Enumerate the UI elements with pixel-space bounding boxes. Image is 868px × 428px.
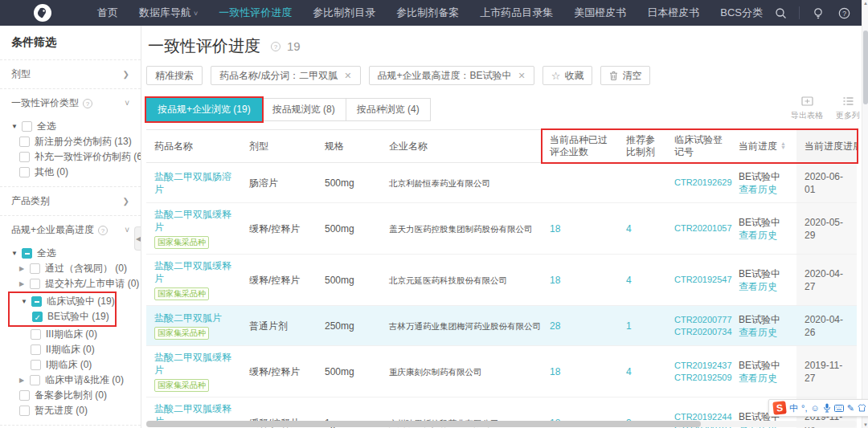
ctr-number-link[interactable]: CTR20200734: [674, 326, 724, 338]
nav-item[interactable]: 美国橙皮书: [568, 0, 632, 26]
ime-punctuation-icon[interactable]: °,: [801, 400, 807, 416]
drug-name-link[interactable]: 盐酸二甲双胍片: [154, 312, 235, 324]
drug-name-link[interactable]: 盐酸二甲双胍缓释片: [154, 208, 235, 234]
caret-down-icon[interactable]: ▼: [11, 121, 19, 132]
filter-tree-item[interactable]: 其他 (0): [0, 165, 141, 180]
filter-tree-item[interactable]: I期临床 (0): [0, 357, 141, 373]
checkbox[interactable]: [30, 263, 40, 274]
sidebar-section-header[interactable]: 产品类别❯: [0, 187, 141, 215]
horizontal-scrollbar[interactable]: [146, 421, 857, 427]
checkbox[interactable]: [32, 312, 43, 322]
filter-tree-item[interactable]: ▶临床申请&批准 (0): [0, 373, 141, 388]
checkbox[interactable]: [19, 390, 30, 401]
checkbox[interactable]: [22, 248, 32, 259]
checkbox[interactable]: [19, 406, 30, 416]
nav-item[interactable]: 参比制剂目录: [307, 0, 381, 26]
approved-count-link[interactable]: 28: [550, 320, 560, 332]
checkbox[interactable]: [19, 167, 30, 177]
ref-preparation-link[interactable]: 4: [626, 223, 632, 234]
checkbox[interactable]: [31, 360, 41, 370]
scroll-up-arrow[interactable]: ▲: [862, 0, 868, 6]
sogou-logo-icon[interactable]: S: [772, 401, 787, 415]
ctr-number-link[interactable]: CTR20200777: [674, 314, 724, 326]
filter-tree-item[interactable]: II期临床 (0): [0, 342, 141, 357]
filter-tree-item[interactable]: ▶提交补充/上市申请 (0): [0, 276, 141, 291]
nav-item[interactable]: 一致性评价进度: [213, 0, 297, 26]
ime-handwriting-icon[interactable]: ✎: [847, 400, 854, 416]
view-history-link[interactable]: 查看历史: [739, 229, 790, 242]
checkbox[interactable]: [31, 329, 41, 340]
ime-chinese-mode-icon[interactable]: 中: [789, 400, 798, 416]
drug-name-link[interactable]: 盐酸二甲双胍肠溶片: [154, 170, 235, 196]
filter-tree-item[interactable]: 新注册分类仿制药 (13): [0, 134, 141, 149]
feedback-bulb-icon[interactable]: [811, 6, 825, 20]
close-icon[interactable]: ✕: [344, 71, 351, 81]
clear-button[interactable]: 清空: [600, 66, 650, 85]
section-help-icon[interactable]: ?: [83, 99, 92, 108]
nav-item[interactable]: 首页: [92, 0, 124, 26]
help-icon[interactable]: ?: [837, 6, 851, 20]
filter-tree-item[interactable]: BE试验中 (19): [10, 309, 115, 324]
ref-preparation-link[interactable]: 1: [626, 320, 632, 332]
sort-desc-icon[interactable]: ▼: [780, 146, 786, 150]
filter-tree-item[interactable]: III期临床 (0): [0, 327, 141, 342]
view-tab[interactable]: 按品种浏览 (4): [346, 98, 431, 121]
ref-preparation-link[interactable]: 4: [626, 366, 632, 377]
view-history-link[interactable]: 查看历史: [739, 326, 790, 339]
checkbox[interactable]: [22, 121, 32, 132]
caret-right-icon[interactable]: ▶: [19, 279, 27, 289]
filter-tree-item[interactable]: 备案参比制剂 (0): [0, 388, 141, 403]
filter-tree-item[interactable]: ▼全选: [0, 119, 141, 134]
caret-right-icon[interactable]: ▶: [19, 263, 27, 274]
nav-item[interactable]: 数据库导航˅: [133, 0, 203, 26]
ctr-number-link[interactable]: CTR20201057: [674, 222, 724, 234]
vertical-scrollbar[interactable]: ▲ ▼: [862, 0, 868, 428]
nav-item[interactable]: 参比制剂备案: [391, 0, 465, 26]
favorite-button[interactable]: ☆ 收藏: [542, 66, 593, 85]
filter-chip[interactable]: 药品名称/成分词：二甲双胍✕: [211, 66, 361, 85]
sidebar-collapse-handle[interactable]: ◀: [134, 226, 141, 251]
search-icon[interactable]: [773, 6, 788, 20]
view-history-link[interactable]: 查看历史: [739, 372, 790, 385]
approved-count-link[interactable]: 18: [550, 366, 560, 377]
close-icon[interactable]: ✕: [518, 71, 526, 81]
checkbox[interactable]: [31, 296, 42, 307]
checkbox[interactable]: [30, 279, 40, 289]
nav-item[interactable]: 上市药品目录集: [474, 0, 559, 26]
view-history-link[interactable]: 查看历史: [739, 280, 790, 293]
caret-down-icon[interactable]: ▼: [11, 248, 19, 259]
filter-tree-item[interactable]: ▼临床试验中 (19): [10, 294, 115, 309]
ctr-number-link[interactable]: CTR20192437: [674, 360, 724, 372]
table-tool-columns[interactable]: 更多列: [836, 96, 860, 121]
nav-item[interactable]: BCS分类: [714, 0, 768, 26]
filter-tree-item[interactable]: 补充一致性评价仿制药 (6): [0, 149, 141, 165]
ime-voice-icon[interactable]: [823, 403, 831, 413]
ime-emoji-icon[interactable]: ☺: [810, 400, 819, 416]
ctr-number-link[interactable]: CTR20192547: [674, 274, 724, 286]
horizontal-scrollbar-thumb[interactable]: [146, 421, 701, 427]
view-tab[interactable]: 按品规+企业浏览 (19): [146, 98, 262, 121]
approved-count-link[interactable]: 18: [550, 223, 560, 234]
drug-name-link[interactable]: 盐酸二甲双胍缓释片: [154, 351, 235, 377]
scroll-down-arrow[interactable]: ▼: [862, 422, 868, 428]
filter-tree-item[interactable]: ▼全选: [0, 246, 141, 261]
approved-count-link[interactable]: 18: [550, 275, 560, 286]
ref-preparation-link[interactable]: 4: [626, 275, 632, 286]
caret-down-icon[interactable]: ▼: [21, 296, 29, 307]
ctr-number-link[interactable]: CTR20192509: [674, 372, 724, 384]
nav-item[interactable]: 日本橙皮书: [641, 0, 705, 26]
checkbox[interactable]: [30, 375, 40, 385]
title-help-icon[interactable]: ?: [271, 42, 280, 51]
precise-search-button[interactable]: 精准搜索: [146, 66, 203, 85]
filter-tree-item[interactable]: ▶通过（含视同） (0): [0, 261, 141, 276]
filter-tree-item[interactable]: 暂无进度 (0): [0, 403, 141, 418]
ime-skin-icon[interactable]: [858, 404, 866, 412]
section-help-icon[interactable]: ?: [98, 226, 108, 235]
site-logo[interactable]: [34, 4, 51, 22]
sidebar-section-header[interactable]: 一致性评价类型?˅: [0, 89, 141, 117]
ime-keyboard-icon[interactable]: [834, 405, 844, 412]
view-history-link[interactable]: 查看历史: [739, 183, 790, 196]
filter-chip[interactable]: 品规+企业最高进度：BE试验中✕: [369, 66, 534, 85]
vertical-scrollbar-thumb[interactable]: [863, 31, 868, 104]
drug-name-link[interactable]: 盐酸二甲双胍缓释片: [154, 259, 235, 285]
